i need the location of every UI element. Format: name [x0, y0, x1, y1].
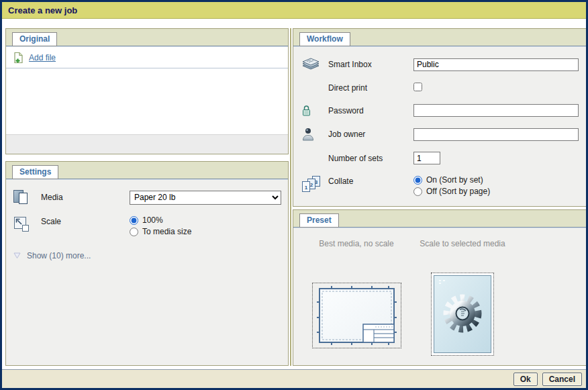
- tab-original: Original: [12, 32, 57, 46]
- direct-print-label: Direct print: [328, 83, 413, 93]
- password-label: Password: [328, 106, 413, 115]
- scale-option-100[interactable]: 100%: [130, 215, 281, 225]
- preset-label: Scale to selected media: [419, 239, 506, 260]
- password-input[interactable]: [413, 104, 579, 117]
- password-row: Password: [301, 104, 579, 117]
- job-owner-label: Job owner: [328, 130, 413, 139]
- job-owner-row: Job owner: [301, 128, 579, 141]
- direct-print-row: Direct print: [301, 83, 579, 93]
- job-owner-input[interactable]: [413, 128, 579, 141]
- tab-preset: Preset: [299, 213, 339, 228]
- preset-panel-header: Preset: [293, 210, 587, 228]
- smart-inbox-label: Smart Inbox: [328, 60, 413, 69]
- dialog-titlebar: Create a new job: [2, 2, 586, 19]
- preset-scale-to-selected-media[interactable]: Scale to selected media: [413, 239, 512, 356]
- dialog-title: Create a new job: [8, 5, 77, 15]
- number-of-sets-label: Number of sets: [328, 154, 413, 163]
- original-footer-strip: [6, 134, 288, 154]
- media-select[interactable]: Paper 20 lb: [130, 191, 281, 205]
- technical-drawing-thumbnail[interactable]: [312, 283, 401, 348]
- preset-panel: Preset Best media, no scale: [293, 209, 587, 366]
- tab-workflow: Workflow: [299, 32, 350, 46]
- right-column: Workflow Smart Inbox: [293, 28, 587, 366]
- chevron-down-icon: [13, 252, 21, 259]
- scale-label: Scale: [41, 215, 130, 226]
- collate-row: 3 2 1 Collate On (Sort by set): [301, 175, 579, 196]
- settings-panel-header: Settings: [6, 162, 288, 179]
- preset-best-media-no-scale[interactable]: Best media, no scale: [300, 239, 413, 356]
- person-icon: [301, 128, 328, 141]
- collate-option-on[interactable]: On (Sort by set): [413, 175, 579, 185]
- left-column: Original Add file: [5, 28, 289, 366]
- workflow-panel-header: Workflow: [293, 29, 587, 46]
- original-panel-header: Original: [6, 29, 288, 46]
- show-more-label: Show (10) more...: [27, 251, 91, 260]
- preset-label: Best media, no scale: [313, 239, 400, 260]
- number-of-sets-row: Number of sets: [301, 152, 579, 164]
- dialog-body: Original Add file: [2, 19, 586, 369]
- svg-text:1: 1: [305, 185, 308, 191]
- scale-radio-group: 100% To media size: [130, 215, 281, 236]
- original-panel: Original Add file: [5, 28, 289, 154]
- smart-inbox-row: Smart Inbox: [301, 57, 579, 72]
- collate-radio-off[interactable]: [413, 187, 422, 196]
- smart-inbox-input[interactable]: [413, 58, 579, 71]
- tab-settings: Settings: [12, 165, 58, 179]
- svg-text:2: 2: [310, 182, 313, 188]
- lock-icon: [301, 105, 328, 117]
- media-row: Media Paper 20 lb: [13, 189, 281, 205]
- collate-radio-on[interactable]: [413, 176, 422, 185]
- scale-radio-100[interactable]: [130, 216, 138, 225]
- original-file-list: [6, 68, 288, 134]
- direct-print-checkbox[interactable]: [413, 83, 422, 91]
- panel-splitter[interactable]: [290, 28, 291, 366]
- show-more-link[interactable]: Show (10) more...: [13, 251, 281, 260]
- settings-panel: Settings: [5, 161, 289, 366]
- scale-radio-media-size[interactable]: [130, 228, 138, 236]
- scale-icon: [13, 215, 41, 233]
- scale-row: Scale 100% To media size: [13, 215, 281, 236]
- add-file-row: Add file: [6, 47, 288, 68]
- ok-button[interactable]: Ok: [513, 373, 538, 386]
- media-icon: [13, 189, 41, 205]
- collate-label: Collate: [328, 175, 413, 186]
- collate-option-off[interactable]: Off (Sort by page): [413, 187, 579, 196]
- media-label: Media: [41, 193, 130, 202]
- number-of-sets-input[interactable]: [413, 152, 440, 164]
- collate-icon: 3 2 1: [301, 175, 328, 193]
- add-file-icon: [13, 52, 24, 64]
- dialog-footer: Ok Cancel: [2, 369, 586, 388]
- add-file-label: Add file: [29, 53, 56, 62]
- scale-option-media-size[interactable]: To media size: [130, 227, 281, 236]
- cancel-button[interactable]: Cancel: [542, 373, 582, 386]
- collate-radio-group: On (Sort by set) Off (Sort by page): [413, 175, 579, 196]
- workflow-panel: Workflow Smart Inbox: [293, 28, 587, 207]
- gear-media-thumbnail[interactable]: [431, 273, 494, 356]
- add-file-button[interactable]: Add file: [13, 52, 56, 64]
- smart-inbox-icon: [301, 57, 328, 72]
